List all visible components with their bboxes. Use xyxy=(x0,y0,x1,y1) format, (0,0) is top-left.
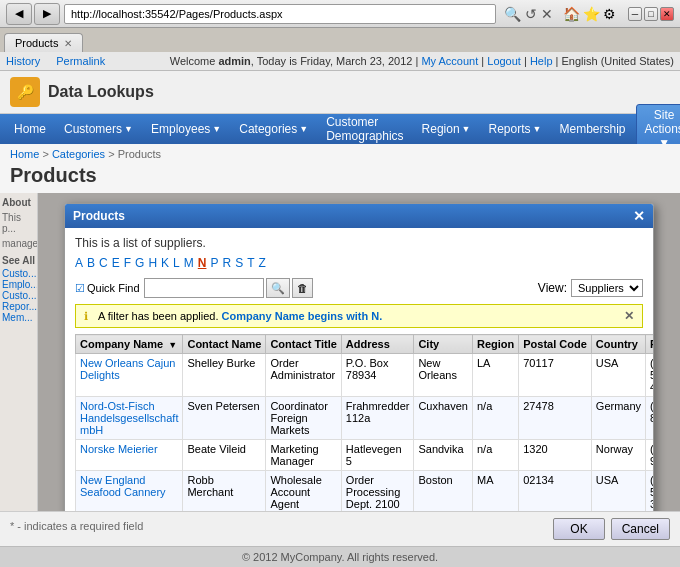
company-link-3[interactable]: Norske Meierier xyxy=(80,443,158,455)
postal-1: 70117 xyxy=(519,354,592,397)
breadcrumb-categories[interactable]: Categories xyxy=(52,148,105,160)
table-header: Company Name ▼ Contact Name Contact Titl… xyxy=(76,335,655,354)
sidebar-link-customers[interactable]: Custo... xyxy=(2,268,35,279)
table-row: Norske Meierier Beate Vileid Marketing M… xyxy=(76,440,655,471)
ok-button[interactable]: OK xyxy=(553,518,604,540)
address-4: Order Processing Dept. 2100 Paul Revere … xyxy=(341,471,414,512)
nav-employees[interactable]: Employees ▼ xyxy=(143,118,229,140)
contact-name-1: Shelley Burke xyxy=(183,354,266,397)
tab-label: Products xyxy=(15,37,58,49)
search-icon[interactable]: 🔍 xyxy=(504,6,521,22)
modal-dialog: Products ✕ This is a list of suppliers. … xyxy=(64,203,654,511)
alpha-n[interactable]: N xyxy=(198,256,207,270)
app-logo-icon: 🔑 xyxy=(10,77,40,107)
col-country[interactable]: Country xyxy=(591,335,645,354)
alpha-e[interactable]: E xyxy=(112,256,120,270)
city-1: New Orleans xyxy=(414,354,473,397)
col-contact-name[interactable]: Contact Name xyxy=(183,335,266,354)
sidebar-description: This p... xyxy=(2,212,35,234)
alpha-z[interactable]: Z xyxy=(259,256,266,270)
col-region[interactable]: Region xyxy=(472,335,518,354)
home-icon[interactable]: 🏠 xyxy=(563,6,580,22)
country-2: Germany xyxy=(591,397,645,440)
company-link-4[interactable]: New England Seafood Cannery xyxy=(80,474,166,498)
cancel-button[interactable]: Cancel xyxy=(611,518,670,540)
filter-close-button[interactable]: ✕ xyxy=(624,309,634,323)
alpha-p[interactable]: P xyxy=(210,256,218,270)
col-contact-title[interactable]: Contact Title xyxy=(266,335,341,354)
col-address[interactable]: Address xyxy=(341,335,414,354)
back-button[interactable]: ◀ xyxy=(6,3,32,25)
breadcrumb-home[interactable]: Home xyxy=(10,148,39,160)
country-1: USA xyxy=(591,354,645,397)
suppliers-table: Company Name ▼ Contact Name Contact Titl… xyxy=(75,334,654,511)
permalink-link[interactable]: Permalink xyxy=(56,55,105,67)
col-postal-code[interactable]: Postal Code xyxy=(519,335,592,354)
address-3: Hatlevegen 5 xyxy=(341,440,414,471)
maximize-button[interactable]: □ xyxy=(644,7,658,21)
alpha-c[interactable]: C xyxy=(99,256,108,270)
clear-filter-button[interactable]: 🗑 xyxy=(292,278,313,298)
tab-bar: Products ✕ xyxy=(0,28,680,52)
modal-title: Products xyxy=(73,209,125,223)
col-company-name[interactable]: Company Name ▼ xyxy=(76,335,183,354)
my-account-link[interactable]: My Account xyxy=(421,55,478,67)
city-2: Cuxhaven xyxy=(414,397,473,440)
nav-customer-demographics[interactable]: Customer Demographics xyxy=(318,111,411,147)
nav-customers[interactable]: Customers ▼ xyxy=(56,118,141,140)
alpha-h[interactable]: H xyxy=(148,256,157,270)
company-link-2[interactable]: Nord-Ost-Fisch Handelsgesellschaft mbH xyxy=(80,400,178,436)
alpha-a[interactable]: A xyxy=(75,256,83,270)
quick-find-input[interactable] xyxy=(144,278,264,298)
col-phone[interactable]: Phone xyxy=(646,335,654,354)
stop-icon[interactable]: ✕ xyxy=(541,6,553,22)
history-link[interactable]: History xyxy=(6,55,40,67)
logout-link[interactable]: Logout xyxy=(487,55,521,67)
address-2: Frahmredder 112a xyxy=(341,397,414,440)
forward-button[interactable]: ▶ xyxy=(34,3,60,25)
view-selector-row: View: Suppliers xyxy=(538,279,643,297)
about-label: About xyxy=(2,197,35,208)
alpha-k[interactable]: K xyxy=(161,256,169,270)
view-select[interactable]: Suppliers xyxy=(571,279,643,297)
refresh-icon[interactable]: ↺ xyxy=(525,6,537,22)
alpha-r[interactable]: R xyxy=(222,256,231,270)
contact-name-2: Sven Petersen xyxy=(183,397,266,440)
tab-close-icon[interactable]: ✕ xyxy=(64,38,72,49)
city-4: Boston xyxy=(414,471,473,512)
close-button[interactable]: ✕ xyxy=(660,7,674,21)
minimize-button[interactable]: ─ xyxy=(628,7,642,21)
country-4: USA xyxy=(591,471,645,512)
alpha-s[interactable]: S xyxy=(235,256,243,270)
gear-icon[interactable]: ⚙ xyxy=(603,6,616,22)
alpha-f[interactable]: F xyxy=(124,256,131,270)
sidebar-link-reports[interactable]: Repor... xyxy=(2,301,35,312)
main-content: Products ✕ This is a list of suppliers. … xyxy=(38,193,680,511)
alpha-g[interactable]: G xyxy=(135,256,144,270)
alpha-b[interactable]: B xyxy=(87,256,95,270)
alpha-l[interactable]: L xyxy=(173,256,180,270)
search-button[interactable]: 🔍 xyxy=(266,278,290,298)
company-link-1[interactable]: New Orleans Cajun Delights xyxy=(80,357,175,381)
browser-nav-bar: History Permalink Welcome admin, Today i… xyxy=(0,52,680,71)
sidebar-link-employees[interactable]: Emplo... xyxy=(2,279,35,290)
modal-close-button[interactable]: ✕ xyxy=(633,208,645,224)
address-bar[interactable] xyxy=(64,4,496,24)
phone-2: (04721) 8713 xyxy=(646,397,654,440)
table-row: New Orleans Cajun Delights Shelley Burke… xyxy=(76,354,655,397)
alpha-t[interactable]: T xyxy=(247,256,254,270)
nav-membership[interactable]: Membership xyxy=(551,118,633,140)
tab-products[interactable]: Products ✕ xyxy=(4,33,83,52)
alpha-m[interactable]: M xyxy=(184,256,194,270)
postal-3: 1320 xyxy=(519,440,592,471)
sidebar-link-membership[interactable]: Mem... xyxy=(2,312,35,323)
sidebar-link-customers2[interactable]: Custo... xyxy=(2,290,35,301)
nav-categories[interactable]: Categories ▼ xyxy=(231,118,316,140)
star-icon[interactable]: ⭐ xyxy=(583,6,600,22)
col-city[interactable]: City xyxy=(414,335,473,354)
nav-reports[interactable]: Reports ▼ xyxy=(481,118,550,140)
nav-home[interactable]: Home xyxy=(6,118,54,140)
app-header-area: 🔑 Data Lookups xyxy=(0,71,680,114)
nav-region[interactable]: Region ▼ xyxy=(414,118,479,140)
help-link[interactable]: Help xyxy=(530,55,553,67)
